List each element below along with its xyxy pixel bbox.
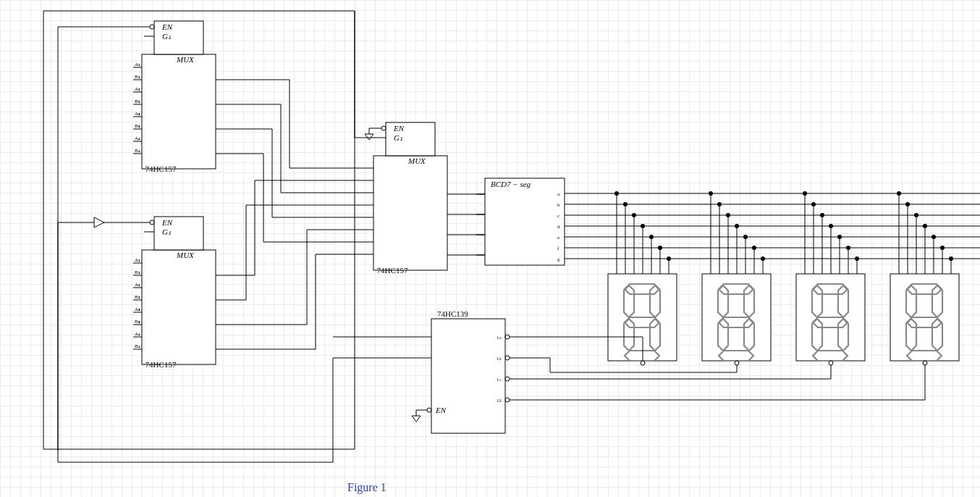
svg-point-111: [735, 224, 739, 228]
svg-text:B₁: B₁: [135, 270, 140, 275]
part-label: 74HC157: [377, 266, 408, 275]
ground-icon: [365, 134, 373, 140]
svg-rect-49: [485, 178, 565, 265]
svg-rect-61: [431, 319, 505, 433]
svg-text:1ᵧ: 1ᵧ: [497, 377, 502, 383]
schematic: MUX 74HC157 EN G₁ A₁ B₁ A₂ B₂ A₃ B₃ A₄ B…: [0, 0, 980, 497]
svg-rect-21: [142, 250, 216, 364]
svg-rect-43: [373, 156, 447, 270]
svg-point-143: [940, 246, 945, 250]
svg-point-91: [614, 191, 619, 196]
mux-label: MUX: [407, 156, 426, 165]
svg-point-45: [381, 126, 386, 130]
svg-point-145: [949, 256, 953, 261]
svg-point-2: [150, 25, 154, 29]
svg-text:d: d: [557, 224, 560, 230]
svg-point-113: [743, 235, 748, 239]
svg-point-66: [505, 377, 510, 381]
svg-point-78: [735, 361, 739, 365]
svg-text:1δ: 1δ: [497, 398, 502, 404]
svg-text:A₃: A₃: [135, 111, 140, 117]
svg-point-125: [829, 224, 833, 228]
svg-text:A₁: A₁: [135, 62, 140, 67]
svg-text:g: g: [557, 256, 560, 262]
wires-mux3-bcd: [447, 194, 485, 255]
svg-point-68: [505, 398, 510, 402]
svg-point-117: [761, 256, 765, 261]
display-3: [796, 274, 865, 365]
mux-center: MUX 74HC157 EN G₁: [355, 122, 447, 275]
svg-point-137: [914, 213, 918, 217]
mux2-pins: A₁ B₁ A₂ B₂ A₃ B₃ A₄ B₄: [133, 257, 142, 349]
svg-point-139: [923, 224, 927, 228]
en-label: EN: [435, 406, 447, 414]
svg-point-129: [846, 246, 850, 250]
svg-point-119: [803, 191, 807, 196]
svg-text:A₃: A₃: [135, 306, 140, 312]
svg-point-127: [837, 235, 842, 239]
display-4: [890, 274, 959, 365]
svg-point-76: [641, 361, 645, 365]
svg-text:B₃: B₃: [135, 319, 140, 325]
svg-point-70: [427, 408, 431, 412]
svg-text:B₄: B₄: [135, 148, 140, 154]
mux-bottom-left: MUX 74HC157 EN G₁ A₁ B₁ A₂ B₂ A₃ B₃ A₄ B…: [58, 217, 216, 369]
en-label: EN: [393, 124, 405, 133]
g1-label: G₁: [162, 227, 171, 236]
mux1-pins: A₁ B₁ A₂ B₂ A₃ B₃ A₄ B₄: [133, 62, 142, 154]
svg-point-109: [726, 213, 730, 217]
svg-text:A₁: A₁: [135, 257, 140, 263]
svg-text:A₂: A₂: [135, 86, 140, 92]
svg-point-99: [649, 235, 654, 239]
svg-point-105: [709, 191, 713, 196]
svg-point-23: [150, 220, 154, 225]
bus-taps: [614, 191, 953, 274]
svg-text:B₄: B₄: [135, 343, 140, 349]
wires-mux-to-mux: [216, 80, 373, 349]
buffer-icon: [94, 217, 104, 227]
bcd7seg: BCD7 − seg a b c d e f g: [476, 178, 565, 265]
mux-label: MUX: [176, 251, 195, 259]
svg-point-97: [641, 224, 645, 228]
svg-text:c: c: [557, 213, 559, 219]
part-label: 74HC157: [145, 164, 177, 173]
svg-text:A₂: A₂: [135, 282, 140, 288]
part-label: 74HC139: [437, 309, 468, 318]
g1-label: G₁: [162, 32, 171, 41]
svg-text:B₁: B₁: [135, 74, 140, 80]
display-2: [702, 274, 771, 365]
svg-point-135: [905, 202, 910, 206]
decoder-139: 74HC139 1ₐ 1ᵦ 1ᵧ 1δ EN: [412, 309, 510, 433]
svg-rect-0: [142, 54, 216, 169]
svg-point-103: [667, 256, 671, 261]
svg-point-115: [752, 246, 756, 250]
svg-point-80: [829, 361, 833, 365]
svg-point-133: [897, 191, 901, 196]
svg-text:B₂: B₂: [135, 99, 140, 104]
svg-point-121: [811, 202, 816, 206]
svg-point-82: [923, 361, 927, 365]
svg-point-64: [505, 356, 510, 360]
svg-point-95: [632, 213, 636, 217]
outer-nets: [43, 11, 423, 462]
en-label: EN: [161, 22, 173, 31]
ground-icon: [412, 416, 421, 422]
svg-text:1ₐ: 1ₐ: [497, 335, 502, 341]
svg-point-141: [932, 235, 936, 239]
en-label: EN: [161, 218, 173, 227]
svg-point-62: [505, 335, 510, 339]
mux-top-left: MUX 74HC157 EN G₁ A₁ B₁ A₂ B₂ A₃ B₃ A₄ B…: [58, 21, 216, 173]
svg-point-107: [717, 202, 722, 206]
bcd-label: BCD7 − seg: [491, 180, 531, 188]
displays: [608, 274, 959, 365]
svg-text:A₄: A₄: [135, 331, 140, 337]
svg-text:b: b: [557, 202, 560, 208]
svg-point-123: [820, 213, 824, 217]
g1-label: G₁: [394, 133, 402, 142]
svg-point-131: [855, 256, 859, 261]
mux-label: MUX: [176, 55, 195, 64]
svg-text:1ᵦ: 1ᵦ: [497, 356, 502, 362]
figure-caption: Figure 1: [347, 481, 386, 494]
svg-text:A₄: A₄: [135, 135, 140, 141]
svg-point-93: [623, 202, 628, 206]
